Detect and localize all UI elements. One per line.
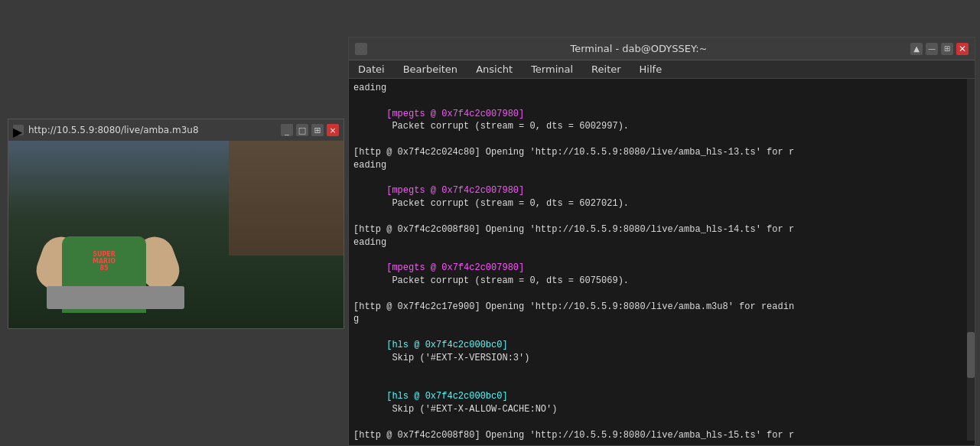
terminal-window: Terminal - dab@ODYSSEY:~ ▲ — ⊞ ✕ Datei B… [348, 37, 975, 446]
terminal-text: Skip ('#EXT-X-ALLOW-CACHE:NO') [386, 404, 557, 415]
menu-terminal[interactable]: Terminal [526, 62, 578, 77]
video-scene: SUPERMARIO85 [8, 141, 343, 328]
terminal-icon [355, 43, 367, 55]
terminal-tag: [mpegts @ 0x7f4c2c007980] [386, 185, 524, 196]
terminal-line-9: [hls @ 0x7f4c2c000bc0] Skip ('#EXT-X-ALL… [353, 377, 970, 428]
video-minimize-button[interactable]: _ [281, 124, 293, 136]
terminal-text: Skip ('#EXT-X-VERSION:3') [386, 353, 529, 363]
terminal-scrollbar[interactable] [967, 79, 975, 441]
terminal-tag: [mpegts @ 0x7f4c2c007980] [386, 109, 524, 119]
terminal-minimize-button[interactable]: ▲ [910, 43, 923, 55]
video-window-controls: _ □ ⊞ × [281, 124, 339, 136]
terminal-line-4: [mpegts @ 0x7f4c2c007980] Packet corrupt… [353, 172, 970, 223]
terminal-text: Packet corrupt (stream = 0, dts = 602702… [386, 198, 629, 209]
video-content: SUPERMARIO85 [8, 141, 343, 328]
terminal-line-3: [http @ 0x7f4c2c024c80] Opening 'http://… [353, 146, 970, 172]
video-titlebar: ▶ http://10.5.5.9:8080/live/amba.m3u8 _ … [8, 119, 343, 141]
video-maximize-button[interactable]: □ [296, 124, 308, 136]
terminal-close-button[interactable]: ✕ [956, 43, 969, 55]
menu-datei[interactable]: Datei [353, 62, 389, 77]
terminal-scrollbar-thumb[interactable] [967, 332, 975, 378]
terminal-restore-button[interactable]: ⊞ [941, 43, 953, 55]
terminal-body: eading [mpegts @ 0x7f4c2c007980] Packet … [349, 79, 975, 441]
terminal-window-buttons: ▲ — ⊞ ✕ [910, 43, 969, 55]
video-close-button[interactable]: × [327, 124, 339, 136]
video-person: SUPERMARIO85 [31, 190, 184, 313]
terminal-line-7: [http @ 0x7f4c2c17e900] Opening 'http://… [353, 301, 970, 327]
video-window: ▶ http://10.5.5.9:8080/live/amba.m3u8 _ … [8, 119, 344, 329]
menu-hilfe[interactable]: Hilfe [635, 62, 667, 77]
terminal-line-2: [mpegts @ 0x7f4c2c007980] Packet corrupt… [353, 95, 970, 146]
terminal-titlebar: Terminal - dab@ODYSSEY:~ ▲ — ⊞ ✕ [349, 37, 975, 60]
terminal-text: Packet corrupt (stream = 0, dts = 600299… [386, 121, 629, 132]
terminal-tag: [mpegts @ 0x7f4c2c007980] [386, 262, 524, 273]
video-window-title: http://10.5.5.9:8080/live/amba.m3u8 [28, 125, 276, 135]
terminal-line-5: [http @ 0x7f4c2c008f80] Opening 'http://… [353, 223, 970, 249]
video-window-icon: ▶ [13, 125, 24, 135]
terminal-tag: [hls @ 0x7f4c2c000bc0] [386, 391, 507, 402]
video-restore-button[interactable]: ⊞ [311, 124, 324, 136]
terminal-text: Packet corrupt (stream = 0, dts = 607506… [386, 275, 629, 286]
terminal-line-10: [http @ 0x7f4c2c008f80] Opening 'http://… [353, 429, 970, 441]
video-keyboard [47, 286, 184, 309]
terminal-title: Terminal - dab@ODYSSEY:~ [372, 43, 906, 54]
terminal-menubar: Datei Bearbeiten Ansicht Terminal Reiter… [349, 60, 975, 79]
terminal-tag: [hls @ 0x7f4c2c000bc0] [386, 340, 507, 350]
terminal-line-1: eading [353, 82, 970, 95]
terminal-line-6: [mpegts @ 0x7f4c2c007980] Packet corrupt… [353, 249, 970, 300]
video-bookshelf [229, 141, 343, 256]
menu-reiter[interactable]: Reiter [587, 62, 626, 77]
terminal-line-8: [hls @ 0x7f4c2c000bc0] Skip ('#EXT-X-VER… [353, 326, 970, 377]
menu-bearbeiten[interactable]: Bearbeiten [399, 62, 462, 77]
video-shirt-text: SUPERMARIO85 [93, 252, 116, 272]
menu-ansicht[interactable]: Ansicht [471, 62, 517, 77]
terminal-unmaximize-button[interactable]: — [926, 43, 938, 55]
